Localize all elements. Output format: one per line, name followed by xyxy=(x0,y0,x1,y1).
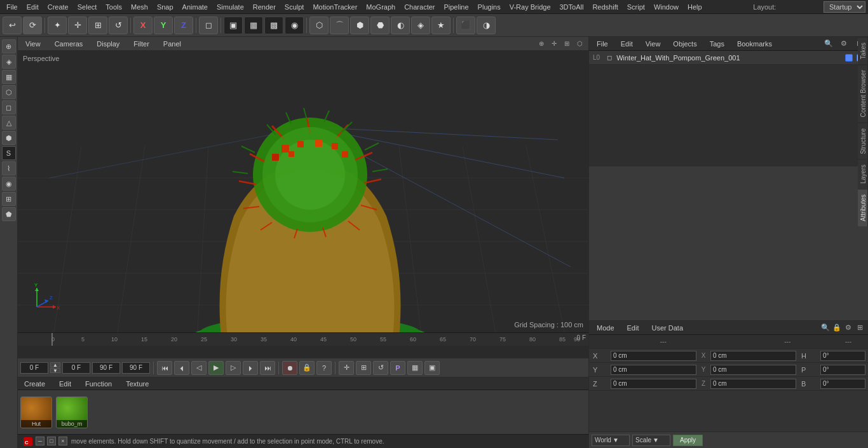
menu-item-vray[interactable]: V-Ray Bridge xyxy=(506,2,555,12)
menu-item-character[interactable]: Character xyxy=(400,2,438,12)
attr-edit-menu[interactable]: Edit xyxy=(623,323,643,333)
menu-item-redshift[interactable]: Redshift xyxy=(588,2,621,12)
menu-item-mograph[interactable]: MoGraph xyxy=(362,2,399,12)
start-frame-input[interactable] xyxy=(62,362,90,374)
close-icon[interactable]: × xyxy=(58,437,67,445)
menu-item-3dtoall[interactable]: 3DToAll xyxy=(556,2,588,12)
go-end-button[interactable]: ⏭ xyxy=(260,361,275,375)
cameras-menu[interactable]: Cameras xyxy=(51,39,87,49)
texture-tab[interactable]: Texture xyxy=(122,379,153,389)
frame-up[interactable]: ▲ xyxy=(50,362,60,367)
menu-item-select[interactable]: Select xyxy=(74,2,101,12)
create-tab[interactable]: Create xyxy=(20,379,49,389)
edit-tab[interactable]: Edit xyxy=(55,379,75,389)
material-hut[interactable]: Hut xyxy=(20,397,52,428)
menu-item-tools[interactable]: Tools xyxy=(102,2,126,12)
menu-item-script[interactable]: Script xyxy=(623,2,649,12)
render-button[interactable]: ▩ xyxy=(264,17,283,34)
menu-item-snap[interactable]: Snap xyxy=(153,2,177,12)
cube-button[interactable]: ⬡ xyxy=(309,17,329,34)
visibility-check[interactable] xyxy=(845,54,853,62)
rotate-tool-button[interactable]: ↺ xyxy=(109,17,128,34)
scale-dropdown[interactable]: Scale ▼ xyxy=(632,435,670,446)
lt-mode4[interactable]: ⬡ xyxy=(2,85,16,99)
lt-mode3[interactable]: ▦ xyxy=(2,70,16,84)
grid-tr-button[interactable]: ▦ xyxy=(407,361,423,375)
viewport[interactable]: Perspective Grid Spacing : 100 cm X Y Z xyxy=(18,51,588,332)
redo-button[interactable]: ⟳ xyxy=(23,17,42,34)
menu-item-window[interactable]: Window xyxy=(650,2,682,12)
render-view-button[interactable]: ▦ xyxy=(244,17,263,34)
vp-icon2[interactable]: ✛ xyxy=(549,39,559,49)
menu-item-motion-tracker[interactable]: MotionTracker xyxy=(309,2,361,12)
lock-button[interactable]: 🔒 xyxy=(299,361,315,375)
attr-search-icon[interactable]: 🔍 xyxy=(821,323,830,332)
menu-item-file[interactable]: File xyxy=(3,2,22,12)
object-mode-button[interactable]: ◻ xyxy=(199,17,218,34)
render-tr-button[interactable]: ▣ xyxy=(424,361,440,375)
lt-mode8[interactable]: S xyxy=(2,146,16,160)
spline-button[interactable]: ⌒ xyxy=(330,17,349,34)
menu-item-render[interactable]: Render xyxy=(249,2,280,12)
camera-button[interactable]: ◈ xyxy=(411,17,430,34)
go-start-button[interactable]: ⏮ xyxy=(157,361,172,375)
undo-button[interactable]: ↩ xyxy=(3,17,22,34)
filter-menu[interactable]: Filter xyxy=(130,39,153,49)
vp-icon4[interactable]: ⬡ xyxy=(574,39,585,49)
layout-select[interactable]: Startup xyxy=(824,1,865,13)
timeline-ruler[interactable]: 0 5 10 15 20 25 30 35 40 45 50 55 60 65 … xyxy=(18,333,588,346)
prev-key-button[interactable]: ◁ xyxy=(191,361,207,375)
end-frame-input[interactable] xyxy=(92,362,120,374)
obj-file-menu[interactable]: File xyxy=(593,39,612,49)
frame-down[interactable]: ▼ xyxy=(50,368,60,373)
side-tab-structure[interactable]: Structure xyxy=(858,123,868,160)
floor-button[interactable]: ⬛ xyxy=(456,17,475,34)
display-menu[interactable]: Display xyxy=(93,39,123,49)
menu-item-mesh[interactable]: Mesh xyxy=(127,2,152,12)
z-pos-input[interactable] xyxy=(611,379,696,389)
menu-item-help[interactable]: Help xyxy=(684,2,706,12)
y-pos-input[interactable] xyxy=(611,365,696,375)
obj-edit-menu[interactable]: Edit xyxy=(617,39,637,49)
scale-tool-button[interactable]: ⊞ xyxy=(88,17,107,34)
maximize-icon[interactable]: □ xyxy=(47,437,56,445)
menu-item-sculpt[interactable]: Sculpt xyxy=(281,2,308,12)
view-menu[interactable]: View xyxy=(22,39,44,49)
param-button[interactable]: P xyxy=(390,361,405,375)
function-tab[interactable]: Function xyxy=(81,379,116,389)
lt-mode1[interactable]: ⊕ xyxy=(2,39,16,53)
attr-user-data-menu[interactable]: User Data xyxy=(648,323,688,333)
lt-mode5[interactable]: ◻ xyxy=(2,100,16,114)
nurbs-button[interactable]: ⬢ xyxy=(350,17,369,34)
move-tr-button[interactable]: ✛ xyxy=(339,361,354,375)
obj-objects-menu[interactable]: Objects xyxy=(669,39,700,49)
z-axis-button[interactable]: Z xyxy=(174,17,193,34)
current-frame-input[interactable] xyxy=(20,362,48,374)
menu-item-pipeline[interactable]: Pipeline xyxy=(440,2,472,12)
vp-icon3[interactable]: ⊞ xyxy=(562,39,572,49)
menu-item-edit[interactable]: Edit xyxy=(23,2,43,12)
select-tool-button[interactable]: ✦ xyxy=(48,17,67,34)
world-dropdown[interactable]: World ▼ xyxy=(592,435,630,446)
render-region-button[interactable]: ▣ xyxy=(224,17,243,34)
menu-item-create[interactable]: Create xyxy=(44,2,72,12)
lt-mode10[interactable]: ◉ xyxy=(2,177,16,191)
light-button[interactable]: ★ xyxy=(431,17,451,34)
attr-lock-icon[interactable]: 🔒 xyxy=(832,323,841,332)
vp-icon1[interactable]: ⊕ xyxy=(536,39,546,49)
next-frame-button[interactable]: ⏵ xyxy=(243,361,258,375)
z-size-input[interactable] xyxy=(710,379,796,389)
apply-button[interactable]: Apply xyxy=(673,435,703,446)
menu-item-plugins[interactable]: Plugins xyxy=(474,2,505,12)
edit-render-button[interactable]: ◉ xyxy=(285,17,304,34)
lt-mode2[interactable]: ◈ xyxy=(2,55,16,69)
x-size-input[interactable] xyxy=(710,351,796,361)
search-icon[interactable]: 🔍 xyxy=(824,39,834,49)
menu-item-animate[interactable]: Animate xyxy=(179,2,212,12)
material-button[interactable]: ◑ xyxy=(477,17,496,34)
material-bubo[interactable]: bubo_m xyxy=(56,397,88,428)
preview-end-input[interactable] xyxy=(122,362,150,374)
side-tab-layers[interactable]: Layers xyxy=(858,159,868,189)
x-axis-button[interactable]: X xyxy=(133,17,153,34)
next-key-button[interactable]: ▷ xyxy=(226,361,241,375)
